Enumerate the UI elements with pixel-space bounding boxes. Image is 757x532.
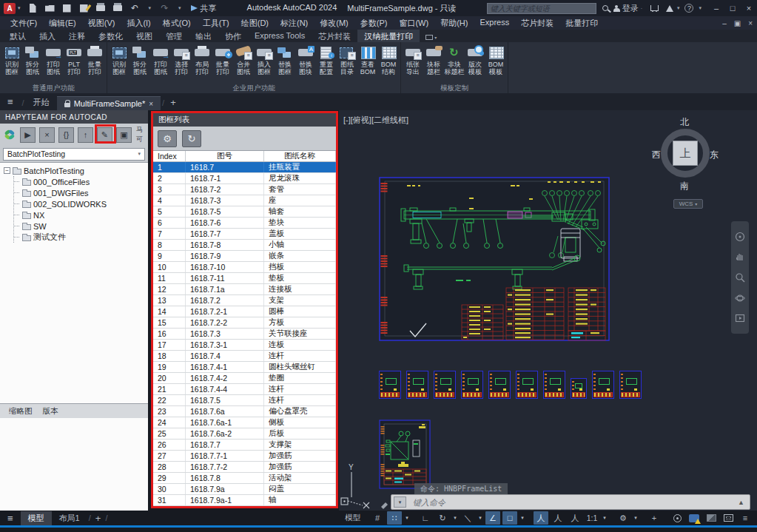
snap-mode-caret[interactable]: ▾ xyxy=(404,515,410,521)
ribbon-tab[interactable]: 参数化 xyxy=(92,30,129,42)
ribbon-button-替换图块[interactable]: 替换图块 xyxy=(295,43,316,83)
tab-close-icon[interactable]: × xyxy=(149,100,153,108)
isometric-drafting[interactable]: ＼ xyxy=(460,511,475,525)
table-row[interactable]: 71618.7-7盖板 xyxy=(153,229,336,240)
drawing-thumbnail[interactable] xyxy=(619,371,642,399)
store-cart-icon[interactable] xyxy=(650,5,659,11)
run-button[interactable]: ▶ xyxy=(20,127,36,143)
braces-button[interactable]: {} xyxy=(58,127,74,143)
tree-item[interactable]: 测试文件 xyxy=(14,232,148,243)
search-icon[interactable] xyxy=(602,5,608,11)
drawing-thumbnail[interactable] xyxy=(461,371,483,399)
logo-caret-icon[interactable]: ▾ xyxy=(18,5,21,11)
display-settings[interactable] xyxy=(704,511,719,525)
menu-item[interactable]: 工具(T) xyxy=(197,17,235,30)
menu-item[interactable]: 修改(M) xyxy=(314,17,354,30)
customization-menu[interactable]: ≡ xyxy=(738,511,753,525)
table-row[interactable]: 191618.7.4-1圆柱头螺丝钉 xyxy=(153,362,336,373)
menu-item[interactable]: 绘图(D) xyxy=(235,17,275,30)
table-row[interactable]: 131618.7.2支架 xyxy=(153,295,336,306)
open-file-icon[interactable] xyxy=(44,3,55,14)
menu-item[interactable]: 窗口(W) xyxy=(393,17,434,30)
table-row[interactable]: 31618.7-2套管 xyxy=(153,184,336,195)
tree-item[interactable]: SW xyxy=(14,220,148,232)
ribbon-tab[interactable]: 视图 xyxy=(129,30,159,42)
ribbon-tab[interactable]: 默认 xyxy=(3,30,33,42)
navigation-bar[interactable] xyxy=(731,221,749,334)
menu-item[interactable]: 帮助(H) xyxy=(434,17,474,30)
tab-thumbnail[interactable]: 缩略图 xyxy=(4,405,37,418)
ribbon-button-查看BOM[interactable]: 查看BOM xyxy=(357,43,378,83)
table-row[interactable]: 221618.7.5连杆 xyxy=(153,395,336,406)
ribbon-tab[interactable]: 插入 xyxy=(33,30,62,42)
tab-start[interactable]: 开始 xyxy=(26,95,57,110)
tab-active-document[interactable]: MultiFrameSample* × xyxy=(57,96,161,110)
ribbon-button-选择打印[interactable]: 选择打印 xyxy=(171,43,192,83)
tree-root[interactable]: − BatchPlotTesting xyxy=(4,165,148,176)
workspace-switching[interactable]: ⚙ xyxy=(616,511,630,525)
ribbon-tab[interactable]: Express Tools xyxy=(248,30,312,42)
qat-caret-icon[interactable]: ▾ xyxy=(178,5,181,11)
help-icon[interactable]: ? xyxy=(684,4,693,13)
model-paper-toggle[interactable]: 模型 xyxy=(343,511,362,525)
polar-tracking[interactable]: ↻ xyxy=(435,511,450,525)
table-row[interactable]: 231618.7.6a偏心盘罩壳 xyxy=(153,406,336,417)
table-row[interactable]: 271618.7.7-1加强筋 xyxy=(153,451,336,462)
object-snap-caret[interactable]: ▾ xyxy=(519,515,525,521)
table-row[interactable]: 301618.7.9a闷盖 xyxy=(153,484,336,495)
search-box[interactable] xyxy=(487,3,596,14)
table-row[interactable]: 181618.7.4连杆 xyxy=(153,351,336,362)
ribbon-button-插入图框[interactable]: 插入图框 xyxy=(254,43,275,83)
menu-item[interactable]: Express xyxy=(474,17,515,30)
tab-layout1[interactable]: 布局1 xyxy=(52,511,87,525)
menu-item[interactable]: 标注(N) xyxy=(275,17,314,30)
clean-screen[interactable] xyxy=(721,511,736,525)
viewcube-west[interactable]: 西 xyxy=(652,149,661,161)
doc-minimize-button[interactable]: – xyxy=(722,19,727,27)
ribbon-button-批量打印[interactable]: 批量打印 xyxy=(212,43,233,83)
ribbon-button-块标题栏[interactable]: 块标题栏 xyxy=(423,43,444,83)
graphics-performance[interactable] xyxy=(687,511,702,525)
help-caret-icon[interactable]: ▾ xyxy=(699,5,702,11)
ribbon-button-拆分图纸[interactable]: 拆分图纸 xyxy=(22,43,43,83)
isometric-drafting-caret[interactable]: ▾ xyxy=(477,515,483,521)
ribbon-button-版次模板[interactable]: 版次模板 xyxy=(465,43,485,83)
ribbon-button-识别图框[interactable]: 识别图框 xyxy=(1,43,22,83)
ribbon-button-BOM结构[interactable]: BOM结构 xyxy=(378,43,399,83)
print-icon[interactable] xyxy=(112,3,124,14)
command-customize-icon[interactable]: ▾ xyxy=(394,496,406,508)
maximize-button[interactable]: □ xyxy=(724,4,741,13)
ortho-mode[interactable]: ∟ xyxy=(418,511,433,525)
save-as-icon[interactable] xyxy=(78,3,90,14)
table-row[interactable]: 81618.7-8小轴 xyxy=(153,240,336,251)
wcs-selector[interactable]: WCS▾ xyxy=(673,199,703,209)
doc-restore-button[interactable]: ▣ xyxy=(734,19,741,27)
autodesk-app-icon[interactable] xyxy=(666,5,673,12)
new-file-icon[interactable] xyxy=(27,3,38,14)
current-scale[interactable]: 1:1 xyxy=(585,511,599,525)
undo-icon[interactable]: ↶ xyxy=(129,3,141,14)
redo-icon[interactable]: ↷ xyxy=(159,3,170,14)
search-input[interactable] xyxy=(488,4,596,13)
settings-gear-icon[interactable]: ⚙ xyxy=(158,130,177,147)
autocad-logo-icon[interactable]: A xyxy=(4,3,16,14)
tree-item[interactable]: 001_DWGFiles xyxy=(14,187,148,198)
table-row[interactable]: 241618.7.6a-1侧板 xyxy=(153,417,336,428)
ribbon-toggle-icon[interactable]: ▾ xyxy=(425,35,437,42)
viewcube-east[interactable]: 东 xyxy=(710,149,719,161)
signin-caret-icon[interactable]: · xyxy=(641,6,642,11)
table-row[interactable]: 141618.7.2-1圆棒 xyxy=(153,306,336,317)
header-drawing-no[interactable]: 图号 xyxy=(186,151,264,161)
object-snap-tracking[interactable]: ∠ xyxy=(485,511,500,525)
ribbon-button-布局打印[interactable]: 布局打印 xyxy=(192,43,212,83)
ribbon-tab[interactable]: 注释 xyxy=(62,30,92,42)
viewcube-north[interactable]: 北 xyxy=(680,116,689,129)
header-index[interactable]: Index xyxy=(153,151,186,161)
menu-item[interactable]: 编辑(E) xyxy=(43,17,82,30)
annotation-visibility[interactable]: 人 xyxy=(534,511,548,525)
project-combo[interactable]: BatchPlotTesting▾ xyxy=(3,148,145,161)
drawing-thumbnail[interactable] xyxy=(488,371,511,399)
panel-button[interactable]: ▣ xyxy=(116,127,132,143)
table-row[interactable]: 151618.7.2-2方板 xyxy=(153,317,336,329)
table-row[interactable]: 61618.7-6垫块 xyxy=(153,218,336,229)
